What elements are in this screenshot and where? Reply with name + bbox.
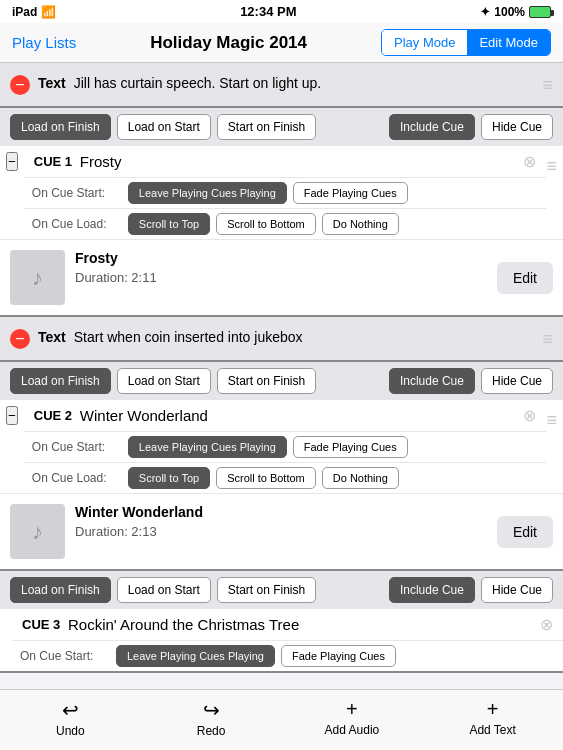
cue-2-close[interactable]: ⊗ bbox=[523, 406, 536, 425]
scroll-bottom-2[interactable]: Scroll to Bottom bbox=[216, 467, 316, 489]
hide-cue-2[interactable]: Hide Cue bbox=[481, 368, 553, 394]
drag-handle-cue-1: ≡ bbox=[546, 148, 563, 239]
cue-2-song-name: Winter Wonderland bbox=[75, 504, 487, 520]
cue-1-load-row: On Cue Load: Scroll to Top Scroll to Bot… bbox=[24, 208, 547, 239]
cue-header-2: CUE 2 Winter Wonderland ⊗ bbox=[24, 400, 547, 431]
leave-playing-2[interactable]: Leave Playing Cues Playing bbox=[128, 436, 287, 458]
back-button[interactable]: Play Lists bbox=[12, 34, 76, 51]
cue-3-name: Rockin' Around the Christmas Tree bbox=[68, 616, 534, 633]
cue-2-label: CUE 2 bbox=[34, 408, 74, 423]
cue-header-row-2: − CUE 2 Winter Wonderland ⊗ On Cue Start… bbox=[0, 400, 563, 493]
include-cue-2[interactable]: Include Cue bbox=[389, 368, 475, 394]
status-left: iPad 📶 bbox=[12, 5, 56, 19]
drag-handle-2: ≡ bbox=[542, 329, 553, 350]
text-block-2: − Text Start when coin inserted into juk… bbox=[0, 317, 563, 362]
remove-text-block-2[interactable]: − bbox=[10, 329, 30, 349]
cue-controls-2: Load on Finish Load on Start Start on Fi… bbox=[0, 362, 563, 400]
leave-playing-3[interactable]: Leave Playing Cues Playing bbox=[116, 645, 275, 667]
scroll-bottom-1[interactable]: Scroll to Bottom bbox=[216, 213, 316, 235]
cue-1-label: CUE 1 bbox=[34, 154, 74, 169]
cue-header-1: CUE 1 Frosty ⊗ bbox=[24, 146, 547, 177]
cue-2-duration: Duration: 2:13 bbox=[75, 524, 487, 539]
load-on-start-1[interactable]: Load on Start bbox=[117, 114, 211, 140]
load-on-finish-1[interactable]: Load on Finish bbox=[10, 114, 111, 140]
remove-text-block-1[interactable]: − bbox=[10, 75, 30, 95]
cue-2-load-label: On Cue Load: bbox=[32, 471, 122, 485]
scroll-top-1[interactable]: Scroll to Top bbox=[128, 213, 210, 235]
cue-main-2: CUE 2 Winter Wonderland ⊗ On Cue Start: … bbox=[24, 400, 547, 493]
cue-3-close[interactable]: ⊗ bbox=[540, 615, 553, 634]
cue-1-name: Frosty bbox=[80, 153, 518, 170]
text-content-1: Jill has curtain speech. Start on light … bbox=[74, 75, 535, 91]
do-nothing-1[interactable]: Do Nothing bbox=[322, 213, 399, 235]
cue-section-3: Load on Finish Load on Start Start on Fi… bbox=[0, 571, 563, 673]
load-on-start-3[interactable]: Load on Start bbox=[117, 577, 211, 603]
cue-1-thumb: ♪ bbox=[10, 250, 65, 305]
cue-1-close[interactable]: ⊗ bbox=[523, 152, 536, 171]
cue-2-name: Winter Wonderland bbox=[80, 407, 518, 424]
fade-playing-3[interactable]: Fade Playing Cues bbox=[281, 645, 396, 667]
play-mode-button[interactable]: Play Mode bbox=[382, 30, 467, 55]
add-text-button[interactable]: + Add Text bbox=[463, 698, 523, 738]
ipad-label: iPad bbox=[12, 5, 37, 19]
cue-1-load-label: On Cue Load: bbox=[32, 217, 122, 231]
cue-header-3: CUE 3 Rockin' Around the Christmas Tree … bbox=[12, 609, 563, 640]
cue-3-start-row: On Cue Start: Leave Playing Cues Playing… bbox=[12, 640, 563, 671]
load-on-finish-3[interactable]: Load on Finish bbox=[10, 577, 111, 603]
include-cue-1[interactable]: Include Cue bbox=[389, 114, 475, 140]
cue-2-detail: ♪ Winter Wonderland Duration: 2:13 Edit bbox=[0, 493, 563, 569]
load-on-finish-2[interactable]: Load on Finish bbox=[10, 368, 111, 394]
add-audio-button[interactable]: + Add Audio bbox=[322, 698, 382, 738]
cue-1-start-row: On Cue Start: Leave Playing Cues Playing… bbox=[24, 177, 547, 208]
status-time: 12:34 PM bbox=[240, 4, 296, 19]
cue-1-start-label: On Cue Start: bbox=[32, 186, 122, 200]
wifi-icon: 📶 bbox=[41, 5, 56, 19]
cue-1-edit-button[interactable]: Edit bbox=[497, 262, 553, 294]
remove-cue-2[interactable]: − bbox=[6, 406, 18, 425]
start-on-finish-1[interactable]: Start on Finish bbox=[217, 114, 316, 140]
right-controls-2: Include Cue Hide Cue bbox=[389, 368, 553, 394]
right-controls-3: Include Cue Hide Cue bbox=[389, 577, 553, 603]
redo-icon: ↪ bbox=[203, 698, 220, 722]
cue-main-1: CUE 1 Frosty ⊗ On Cue Start: Leave Playi… bbox=[24, 146, 547, 239]
remove-col-2: − bbox=[0, 400, 24, 493]
remove-cue-1[interactable]: − bbox=[6, 152, 18, 171]
add-text-label: Add Text bbox=[469, 723, 515, 737]
leave-playing-1[interactable]: Leave Playing Cues Playing bbox=[128, 182, 287, 204]
cue-1-info: Frosty Duration: 2:11 bbox=[75, 250, 487, 305]
start-on-finish-2[interactable]: Start on Finish bbox=[217, 368, 316, 394]
mode-buttons: Play Mode Edit Mode bbox=[381, 29, 551, 56]
fade-playing-1[interactable]: Fade Playing Cues bbox=[293, 182, 408, 204]
hide-cue-3[interactable]: Hide Cue bbox=[481, 577, 553, 603]
fade-playing-2[interactable]: Fade Playing Cues bbox=[293, 436, 408, 458]
start-on-finish-3[interactable]: Start on Finish bbox=[217, 577, 316, 603]
cue-2-start-label: On Cue Start: bbox=[32, 440, 122, 454]
text-block-1: − Text Jill has curtain speech. Start on… bbox=[0, 63, 563, 108]
hide-cue-1[interactable]: Hide Cue bbox=[481, 114, 553, 140]
cue-2-info: Winter Wonderland Duration: 2:13 bbox=[75, 504, 487, 559]
drag-handle-1: ≡ bbox=[542, 75, 553, 96]
cue-header-row-1: − CUE 1 Frosty ⊗ On Cue Start: Leave Pla… bbox=[0, 146, 563, 239]
cue-main-3: CUE 3 Rockin' Around the Christmas Tree … bbox=[12, 609, 563, 671]
text-content-2: Start when coin inserted into jukebox bbox=[74, 329, 535, 345]
text-label-2: Text bbox=[38, 329, 66, 345]
remove-col-1: − bbox=[0, 146, 24, 239]
undo-icon: ↩ bbox=[62, 698, 79, 722]
battery-icon bbox=[529, 6, 551, 18]
cue-header-row-3: CUE 3 Rockin' Around the Christmas Tree … bbox=[0, 609, 563, 671]
bottom-toolbar: ↩ Undo ↪ Redo + Add Audio + Add Text bbox=[0, 689, 563, 750]
music-note-icon-2: ♪ bbox=[32, 519, 43, 545]
do-nothing-2[interactable]: Do Nothing bbox=[322, 467, 399, 489]
edit-mode-button[interactable]: Edit Mode bbox=[467, 30, 550, 55]
undo-button[interactable]: ↩ Undo bbox=[40, 698, 100, 738]
redo-button[interactable]: ↪ Redo bbox=[181, 698, 241, 738]
scroll-top-2[interactable]: Scroll to Top bbox=[128, 467, 210, 489]
include-cue-3[interactable]: Include Cue bbox=[389, 577, 475, 603]
cue-controls-1: Load on Finish Load on Start Start on Fi… bbox=[0, 108, 563, 146]
cue-section-1: Load on Finish Load on Start Start on Fi… bbox=[0, 108, 563, 317]
load-on-start-2[interactable]: Load on Start bbox=[117, 368, 211, 394]
page-title: Holiday Magic 2014 bbox=[150, 33, 307, 53]
cue-1-detail: ♪ Frosty Duration: 2:11 Edit bbox=[0, 239, 563, 315]
cue-2-edit-button[interactable]: Edit bbox=[497, 516, 553, 548]
status-right: ✦ 100% bbox=[480, 5, 551, 19]
